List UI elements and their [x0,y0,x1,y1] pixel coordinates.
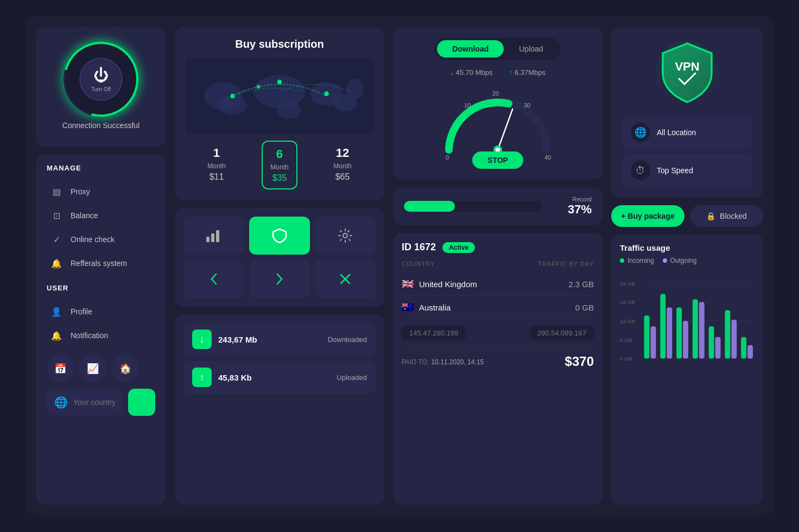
online-check-icon: ✓ [49,232,64,247]
sidebar-item-balance[interactable]: ⊡ Balance [47,204,155,227]
ip-row: 145.47.280.199 290.54.099.167 [402,326,594,340]
country-input-field[interactable]: 🌐 [47,389,123,415]
incoming-dot [620,258,624,263]
col-traffic: TRAFFIC BY DAY [538,261,594,267]
svg-rect-14 [216,230,219,242]
forward-button[interactable] [249,260,309,298]
record-card: Record 37% [393,187,603,225]
svg-point-7 [346,79,363,99]
progress-bar-fill [404,201,455,212]
vpn-shield: VPN [652,38,722,109]
buy-blocked-row: + Buy package 🔒 Blocked [611,205,763,227]
col-country: COUNTRY [402,261,435,267]
record-text: Record [548,196,592,202]
buy-package-button[interactable]: + Buy package [611,205,684,227]
vpn-option-speed[interactable]: ⏱ Top Speed [622,154,752,187]
traffic-card: ↓ 243,67 Mb Downloaded ↑ 45,83 Kb Upload… [175,314,384,505]
svg-rect-46 [725,310,730,358]
paid-label: PAID TO: [402,358,429,366]
subscription-card: Buy subscription [175,27,384,200]
au-country-name: Australia [419,303,451,312]
calendar-icon-btn[interactable]: 📅 [47,355,74,382]
home-icon-btn[interactable]: 🏠 [112,355,139,382]
svg-rect-49 [747,345,753,359]
svg-point-9 [277,80,282,85]
world-map-svg [186,58,373,134]
incoming-label: Incoming [627,257,654,264]
main-col3: Download Upload ↓ 45.70 Mbps ↑ 6.37Mbps [393,27,603,505]
svg-point-15 [343,233,347,238]
plan-6month[interactable]: 6 Month $35 [262,141,297,189]
bottom-icons: 📅 📈 🏠 [47,355,155,382]
settings-button[interactable] [315,217,376,255]
proxy-country-uk: 🇬🇧 United Kingdom [402,278,477,290]
country-submit-button[interactable] [128,389,155,416]
svg-point-10 [324,91,329,96]
svg-text:24 GB: 24 GB [620,281,635,287]
upload-value: 45,83 Kb [218,373,252,382]
svg-text:20: 20 [492,90,499,97]
au-flag: 🇦🇺 [402,301,414,313]
location-label: All Location [657,128,696,137]
svg-rect-42 [693,299,698,358]
referrals-icon: 🔔 [49,256,64,271]
tab-download[interactable]: Download [437,40,504,58]
upload-label: Uploaded [337,373,367,382]
tab-upload[interactable]: Upload [504,40,558,58]
back-button[interactable] [183,260,244,298]
svg-rect-44 [709,326,714,359]
shield-button[interactable] [249,217,309,255]
sidebar-item-notification[interactable]: 🔔 Notification [47,324,155,347]
outgoing-label: Outgoing [670,257,697,264]
sidebar: ⏻ Turn Off Connection Successful MANAGE … [36,27,166,505]
vpn-options: 🌐 All Location ⏱ Top Speed [622,116,752,187]
legend-incoming: Incoming [620,257,654,264]
lock-icon: 🔒 [706,212,715,220]
manage-card: MANAGE ▤ Proxy ⊡ Balance ✓ Online check … [36,154,166,505]
svg-rect-43 [699,302,705,358]
right-col: VPN 🌐 All Location ⏱ Top Speed + Buy pac [611,27,763,505]
notification-label: Notification [71,331,108,340]
sidebar-item-referrals[interactable]: 🔔 Refferals system [47,251,155,275]
controls-card [175,208,384,307]
upload-speed: ↑ 6.37Mbps [509,68,546,77]
plan-1month[interactable]: 1 Month $11 [200,141,233,189]
download-traffic: ↓ 243,67 Mb Downloaded [183,323,376,356]
power-icon: ⏻ [93,66,109,84]
svg-point-11 [257,85,261,88]
traffic-usage-card: Traffic usage Incoming Outgoing [611,235,763,505]
svg-text:40: 40 [544,154,551,161]
country-input[interactable] [73,398,115,407]
power-button[interactable]: ⏻ Turn Off [79,58,123,101]
paid-date: 10.11.2020, 14:15 [431,358,484,366]
stop-button[interactable]: STOP [472,151,523,169]
close-button[interactable] [315,260,376,298]
svg-rect-45 [715,337,721,359]
plan-12month[interactable]: 12 Month $65 [326,141,359,189]
proxy-id: ID 1672 [402,242,436,253]
referrals-label: Refferals system [71,259,127,268]
app-container: ⏻ Turn Off Connection Successful MANAGE … [25,16,774,516]
svg-point-2 [219,96,247,115]
blocked-label: Blocked [720,212,747,220]
stats-button[interactable] [183,217,244,255]
proxy-table-header: COUNTRY TRAFFIC BY DAY [402,261,594,267]
proxy-header: ID 1672 Active [402,242,594,253]
sidebar-item-online-check[interactable]: ✓ Online check [47,227,155,251]
svg-text:18 GB: 18 GB [620,299,635,305]
svg-rect-39 [667,307,672,358]
chart-icon-btn[interactable]: 📈 [79,355,106,382]
blocked-button[interactable]: 🔒 Blocked [690,205,763,227]
download-speed: ↓ 45.70 Mbps [450,68,492,77]
balance-icon: ⊡ [49,208,64,223]
sidebar-item-profile[interactable]: 👤 Profile [47,300,155,324]
outgoing-dot [663,258,667,263]
proxy-row-uk: 🇬🇧 United Kingdom 2.3 GB [402,273,594,296]
proxy-country-au: 🇦🇺 Australia [402,301,451,313]
location-icon: 🌐 [631,123,650,142]
main-col2: Buy subscription [175,27,384,505]
power-label: Turn Off [91,86,111,92]
vpn-option-location[interactable]: 🌐 All Location [622,116,752,149]
speed-label: Top Speed [657,166,693,175]
sidebar-item-proxy[interactable]: ▤ Proxy [47,180,155,204]
